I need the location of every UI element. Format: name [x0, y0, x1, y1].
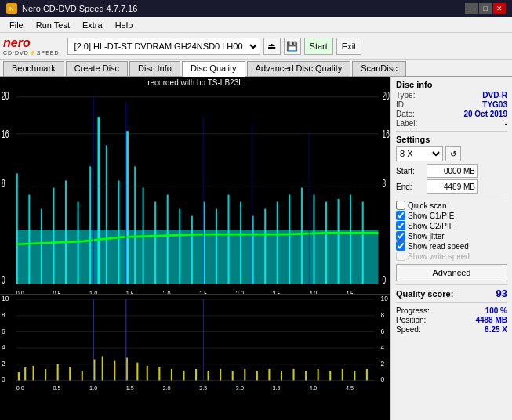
date-value: 20 Oct 2019 [463, 110, 507, 118]
svg-rect-31 [106, 145, 107, 284]
svg-rect-108 [256, 371, 258, 380]
svg-text:8: 8 [2, 312, 5, 319]
app-icon: N [6, 3, 17, 14]
svg-text:10: 10 [381, 295, 389, 302]
svg-text:0.0: 0.0 [16, 385, 24, 392]
svg-rect-117 [366, 369, 368, 380]
svg-rect-28 [78, 202, 79, 284]
drive-selector[interactable]: [2:0] HL-DT-ST DVDRAM GH24NSD0 LH00 [67, 38, 260, 55]
svg-rect-27 [65, 180, 67, 284]
exit-button[interactable]: Exit [336, 38, 361, 55]
toolbar: nero CD·DVD⚡SPEED [2:0] HL-DT-ST DVDRAM … [0, 33, 512, 60]
tab-scan-disc[interactable]: ScanDisc [352, 61, 405, 76]
menu-bar: File Run Test Extra Help [0, 17, 512, 33]
svg-text:4: 4 [2, 344, 5, 351]
advanced-button[interactable]: Advanced [396, 264, 507, 281]
svg-text:6: 6 [2, 328, 5, 335]
svg-text:0: 0 [383, 273, 387, 286]
refresh-icon[interactable]: ↺ [445, 146, 461, 161]
type-label: Type: [396, 91, 415, 100]
tab-create-disc[interactable]: Create Disc [66, 61, 128, 76]
save-icon[interactable]: 💾 [284, 38, 301, 55]
svg-rect-42 [228, 195, 230, 284]
svg-text:20: 20 [2, 89, 9, 102]
svg-rect-45 [264, 209, 266, 284]
svg-text:2: 2 [2, 360, 5, 368]
svg-rect-90 [45, 369, 46, 380]
svg-rect-113 [318, 369, 319, 380]
svg-rect-100 [158, 368, 160, 381]
close-button[interactable]: ✕ [493, 3, 506, 14]
svg-rect-39 [191, 216, 193, 284]
svg-rect-114 [329, 371, 331, 380]
svg-rect-99 [147, 366, 148, 381]
speed-selector[interactable]: 8 X [396, 146, 443, 161]
svg-rect-23 [16, 173, 18, 284]
maximize-button[interactable]: □ [479, 3, 492, 14]
menu-run-test[interactable]: Run Test [30, 20, 76, 31]
svg-text:2.0: 2.0 [163, 385, 171, 392]
tab-disc-info[interactable]: Disc Info [129, 61, 180, 76]
nero-sublogo: CD·DVD⚡SPEED [3, 50, 60, 56]
svg-rect-32 [118, 180, 119, 284]
tab-advanced-disc-quality[interactable]: Advanced Disc Quality [247, 61, 351, 76]
show-c2pif-label: Show C2/PIF [408, 222, 454, 230]
svg-rect-37 [167, 195, 169, 284]
svg-rect-29 [89, 166, 91, 284]
svg-rect-51 [338, 199, 340, 284]
svg-rect-111 [293, 369, 295, 380]
svg-text:20: 20 [383, 89, 390, 102]
logo: nero CD·DVD⚡SPEED [3, 36, 60, 56]
title-bar: N Nero CD-DVD Speed 4.7.7.16 ─ □ ✕ [0, 0, 512, 17]
show-read-speed-checkbox[interactable] [396, 241, 405, 251]
menu-file[interactable]: File [3, 20, 30, 31]
svg-rect-34 [134, 166, 136, 284]
tab-disc-quality[interactable]: Disc Quality [182, 61, 245, 77]
tab-benchmark[interactable]: Benchmark [3, 61, 64, 76]
show-c2pif-checkbox[interactable] [396, 221, 405, 230]
svg-rect-115 [342, 369, 343, 380]
svg-rect-52 [350, 195, 351, 284]
svg-rect-116 [354, 371, 355, 380]
menu-extra[interactable]: Extra [76, 20, 109, 31]
svg-rect-109 [268, 369, 270, 380]
svg-text:1.5: 1.5 [126, 385, 134, 392]
svg-rect-48 [301, 187, 303, 284]
type-value: DVD-R [482, 91, 507, 100]
svg-rect-47 [289, 195, 290, 284]
svg-rect-92 [69, 368, 71, 381]
recorded-label: recorded with hp TS-LB23L [0, 77, 390, 89]
svg-text:0: 0 [2, 273, 5, 286]
start-button[interactable]: Start [304, 38, 333, 55]
svg-text:2: 2 [381, 360, 385, 368]
end-input[interactable] [427, 179, 478, 194]
svg-text:16: 16 [2, 128, 9, 140]
svg-rect-102 [183, 371, 184, 380]
main-content: recorded with hp TS-LB23L 20 16 8 0 20 1… [0, 77, 512, 420]
svg-text:8: 8 [381, 312, 385, 319]
svg-text:0: 0 [2, 377, 5, 384]
label-value: - [505, 119, 507, 128]
svg-text:0.0: 0.0 [16, 289, 24, 294]
svg-text:3.5: 3.5 [273, 289, 281, 294]
svg-rect-107 [244, 369, 245, 380]
show-c1pie-label: Show C1/PIE [408, 212, 454, 220]
show-jitter-checkbox[interactable] [396, 231, 405, 241]
svg-rect-104 [208, 371, 209, 380]
svg-rect-24 [28, 195, 30, 284]
svg-rect-22 [16, 230, 379, 284]
minimize-button[interactable]: ─ [465, 3, 478, 14]
svg-rect-87 [18, 372, 20, 380]
svg-rect-103 [195, 369, 197, 380]
menu-help[interactable]: Help [109, 20, 140, 31]
svg-text:0.5: 0.5 [53, 289, 60, 294]
show-c1pie-checkbox[interactable] [396, 211, 405, 220]
start-input[interactable] [427, 164, 478, 178]
svg-text:1.0: 1.0 [89, 385, 97, 392]
eject-icon[interactable]: ⏏ [263, 38, 281, 55]
label-label: Label: [396, 119, 417, 128]
svg-text:3.0: 3.0 [236, 289, 244, 294]
quick-scan-checkbox[interactable] [396, 201, 405, 210]
svg-text:1.0: 1.0 [89, 289, 97, 294]
svg-rect-46 [277, 202, 278, 284]
